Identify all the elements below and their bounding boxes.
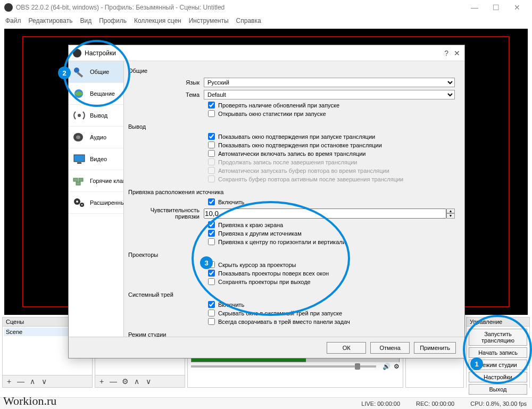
chk-tray-minimize[interactable] [208,318,215,325]
main-menubar: Файл Редактировать Вид Профиль Коллекция… [0,15,532,27]
category-output-label: Вывод [90,112,107,119]
theme-select[interactable]: Default [204,90,455,99]
dialog-titlebar: Настройки ? ✕ [69,45,464,61]
start-record-button[interactable]: Начать запись [469,347,527,358]
dialog-button-bar: ОК Отмена Применить [69,337,464,358]
dialog-close-button[interactable]: ✕ [454,49,460,57]
svg-point-3 [78,114,81,117]
chk-proj-hide-cursor-label: Скрыть курсор за проекторы [218,262,296,268]
spin-up-icon[interactable]: ▲ [446,208,455,214]
chk-tray-enable[interactable] [208,301,215,308]
group-output-title: Вывод [128,121,455,133]
category-advanced-label: Расширенны [90,199,124,206]
chk-proj-always-top[interactable] [208,270,215,277]
studio-mode-button[interactable]: Режим студии [469,360,527,370]
status-live: LIVE: 00:00:00 [361,400,400,407]
svg-rect-1 [77,72,83,78]
chk-snap-enable[interactable] [208,198,215,205]
chk-snap-edge[interactable] [208,221,215,228]
chk-auto-record[interactable] [208,150,215,157]
chk-proj-save[interactable] [208,278,215,285]
remove-scene-button[interactable]: — [16,377,25,386]
chk-auto-replay-label: Автоматически запускать буфер повтора во… [218,168,389,174]
category-audio[interactable]: Аудио [69,127,123,148]
group-tray-title: Системный трей [128,289,455,301]
category-output[interactable]: Вывод [69,105,123,127]
mixer-mic-settings-icon[interactable]: ⚙ [394,363,400,370]
chk-proj-hide-cursor[interactable] [208,261,215,268]
status-cpu: CPU: 0.8%, 30.00 fps [470,400,527,407]
window-title: OBS 22.0.2 (64-bit, windows) - Профиль: … [16,4,225,11]
chk-tray-hide-label: Скрывать окно в системный трей при запус… [218,310,342,316]
scene-down-button[interactable]: ∨ [40,377,48,386]
obs-logo-icon [73,49,81,57]
menu-scene-collection[interactable]: Коллекция сцен [134,17,181,24]
remove-source-button[interactable]: — [109,377,118,386]
category-advanced[interactable]: Расширенны [69,192,123,214]
chk-tray-hide[interactable] [208,310,215,316]
minimize-button[interactable]: — [464,0,485,15]
globe-icon [72,87,87,100]
chk-snap-sources[interactable] [208,230,215,237]
source-up-button[interactable]: ∧ [132,377,141,386]
menu-tools[interactable]: Инструменты [189,17,229,24]
snap-sens-input[interactable] [204,208,446,219]
apply-button[interactable]: Применить [414,342,456,354]
settings-content[interactable]: Общие Язык Русский Тема Default Проверят… [124,61,464,337]
category-stream[interactable]: Вещание [69,83,123,105]
category-video[interactable]: Видео [69,148,123,170]
mixer-mic-icon[interactable]: 🔊 [383,363,390,370]
settings-button[interactable]: Настройки [469,372,527,382]
close-button[interactable]: ✕ [506,0,528,15]
add-source-button[interactable]: + [97,377,106,386]
add-scene-button[interactable]: + [5,377,13,386]
chk-confirm-stop[interactable] [208,141,215,148]
ok-button[interactable]: ОК [327,342,366,354]
check-updates[interactable] [208,102,215,108]
speaker-icon [72,131,87,144]
chk-snap-center[interactable] [208,238,215,245]
maximize-button[interactable]: ☐ [485,0,506,15]
obs-logo-icon [4,3,13,12]
category-stream-label: Вещание [90,90,115,97]
cancel-button[interactable]: Отмена [370,342,410,354]
spin-down-icon[interactable]: ▼ [446,213,455,219]
chk-confirm-start-label: Показывать окно подтверждения при запуск… [218,133,375,140]
category-general-label: Общие [90,69,109,75]
start-stream-button[interactable]: Запустить трансляцию [469,329,527,346]
monitor-icon [72,153,87,165]
mixer-mic-slider[interactable] [191,365,376,368]
source-down-button[interactable]: ∨ [144,377,153,386]
chk-keep-record [208,158,215,165]
check-stats[interactable] [208,110,215,117]
dialog-help-button[interactable]: ? [444,49,448,57]
category-hotkeys[interactable]: Горячие клав [69,170,123,192]
chk-auto-record-label: Автоматически включать запись во время т… [218,151,366,157]
menu-profile[interactable]: Профиль [99,17,127,24]
status-rec: REC: 00:00:00 [416,400,454,407]
category-general[interactable]: Общие [69,61,123,83]
chk-tray-minimize-label: Всегда сворачивать в трей вместо панели … [218,319,350,325]
chk-snap-edge-label: Привязка к краю экрана [218,222,283,228]
scene-up-button[interactable]: ∧ [28,377,37,386]
chk-proj-always-top-label: Показывать проекторы поверх всех окон [218,270,329,277]
chk-confirm-start[interactable] [208,133,215,140]
source-settings-button[interactable]: ⚙ [121,377,129,386]
menu-edit[interactable]: Редактировать [29,17,73,24]
group-general-title: Общие [128,65,455,77]
dialog-title-text: Настройки [85,49,116,57]
svg-point-5 [76,136,80,139]
group-studio-title: Режим студии [128,329,455,337]
menu-view[interactable]: Вид [80,17,92,24]
exit-button[interactable]: Выход [469,384,527,395]
wrench-icon [72,65,87,78]
language-select[interactable]: Русский [204,78,455,87]
antenna-icon [72,109,87,122]
menu-file[interactable]: Файл [5,17,21,24]
theme-label: Тема [128,91,204,98]
chk-proj-save-label: Сохранять проекторы при выходе [218,279,311,285]
chk-confirm-stop-label: Показывать окно подтверждения при остано… [218,142,382,148]
snap-sens-label: Чувствительность привязки [128,207,204,220]
menu-help[interactable]: Справка [236,17,261,24]
chk-auto-replay [208,167,215,174]
